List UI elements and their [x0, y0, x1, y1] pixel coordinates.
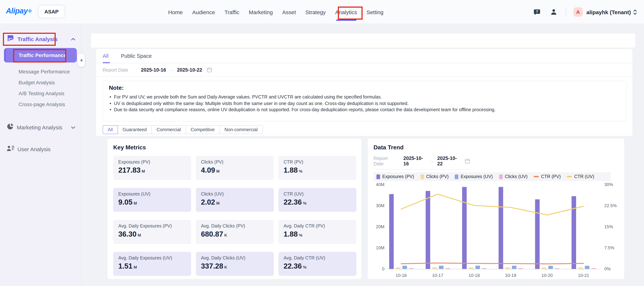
logo-plus-icon: +: [28, 6, 32, 15]
trend-end-date[interactable]: 2025-10-22: [437, 155, 460, 166]
y-axis-right-tick: 15%: [604, 224, 613, 229]
legend-swatch-line: [534, 176, 539, 177]
legend-swatch-bar: [420, 174, 424, 179]
metric-unit: M: [134, 201, 137, 205]
metric-tile-exposures-uv: Exposures (UV)9.05M: [113, 188, 191, 212]
y-axis-left-tick: 30M: [376, 203, 384, 208]
metric-value: 4.09M: [201, 166, 269, 174]
metric-tile-avg-daily-ctr-uv: Avg. Daily CTR (UV)22.36%: [278, 252, 356, 276]
legend-item-ctr-uv[interactable]: CTR (UV): [567, 174, 594, 179]
tab-all[interactable]: All: [103, 49, 108, 63]
nav-item-asset[interactable]: Asset: [282, 9, 296, 15]
main-panel: AllPublic Space Report Date 2025-10-16 →…: [96, 49, 632, 136]
metric-unit: %: [299, 233, 302, 237]
metric-unit: K: [224, 233, 227, 237]
calendar-icon[interactable]: [465, 158, 470, 163]
y-axis-left-tick: 20M: [376, 224, 384, 229]
calendar-icon[interactable]: [207, 67, 212, 72]
tenant-name[interactable]: alipayhk (Tenant): [586, 9, 631, 15]
metric-tile-ctr-pv: CTR (PV)1.88%: [278, 156, 356, 180]
nav-item-strategy[interactable]: Strategy: [306, 9, 326, 15]
chevron-down-icon[interactable]: [71, 124, 75, 131]
y-axis-right-tick: 7.5%: [604, 245, 614, 250]
header-right: ? A alipayhk (Tenant): [533, 0, 637, 24]
bar-clicks-uv-10-21: [592, 268, 596, 269]
user-icon[interactable]: [550, 8, 558, 16]
metric-value: 36.30M: [118, 230, 186, 238]
data-trend-card: Data Trend Report Date 2025-10-16 → 2025…: [367, 138, 625, 280]
nav-item-audience[interactable]: Audience: [192, 9, 215, 15]
filter-guaranteed[interactable]: Guaranteed: [118, 125, 152, 134]
sidebar-collapse-button[interactable]: [78, 54, 85, 67]
x-axis-label: 10-19: [505, 273, 516, 278]
trend-start-date[interactable]: 2025-10-16: [403, 155, 426, 166]
metric-label: CTR (UV): [284, 191, 351, 197]
metric-label: Avg. Daily Exposures (UV): [118, 256, 186, 261]
help-bubble-icon[interactable]: ?: [533, 8, 541, 16]
legend-item-clicks-uv[interactable]: Clicks (UV): [499, 174, 528, 179]
metric-unit: %: [299, 169, 302, 173]
bar-exposures-uv-10-16: [402, 266, 407, 269]
metric-unit: M: [142, 169, 145, 173]
metric-value: 337.28K: [201, 262, 269, 270]
top-header: Alipay+ ASAP HomeAudienceTrafficMarketin…: [0, 0, 644, 24]
tenant-avatar[interactable]: A: [573, 7, 583, 17]
filter-all[interactable]: All: [103, 125, 118, 134]
sidebar: Traffic AnalysisTraffic PerformanceMessa…: [0, 24, 82, 286]
tab-public-space[interactable]: Public Space: [121, 49, 152, 63]
metric-value: 1.88%: [284, 166, 351, 174]
trend-report-date-label: Report Date: [374, 155, 397, 166]
metric-unit: M: [216, 201, 220, 205]
sidebar-group-marketing-analysis[interactable]: Marketing Analysis: [0, 121, 81, 133]
nav-item-marketing[interactable]: Marketing: [249, 9, 273, 15]
tenant-switcher-icon[interactable]: [633, 9, 637, 15]
sidebar-item-message-performance[interactable]: Message Performance: [0, 66, 81, 77]
bar-exposures-uv-10-18: [476, 266, 480, 269]
nav-item-setting[interactable]: Setting: [366, 9, 383, 15]
report-start-date[interactable]: 2025-10-16: [141, 67, 166, 73]
metric-tile-ctr-uv: CTR (UV)22.36%: [278, 188, 356, 212]
y-axis-right-tick: 30%: [604, 182, 613, 187]
bar-exposures-uv-10-19: [512, 266, 516, 269]
chevron-up-icon[interactable]: [71, 36, 75, 42]
bar-exposures-pv-10-20: [535, 199, 540, 269]
report-end-date[interactable]: 2025-10-22: [177, 67, 202, 73]
note-list: For PV and UV, we provide both the Sum a…: [109, 94, 621, 113]
legend-swatch-bar: [455, 174, 458, 179]
legend-item-exposures-uv[interactable]: Exposures (UV): [455, 174, 493, 179]
legend-item-clicks-pv[interactable]: Clicks (PV): [420, 174, 449, 179]
metric-label: Clicks (PV): [201, 159, 269, 165]
traffic-type-filter: AllGuaranteedCommercialCompetitiveNon-co…: [103, 125, 263, 134]
legend-item-exposures-pv[interactable]: Exposures (PV): [376, 174, 414, 179]
key-metrics-title: Key Metrics: [113, 144, 356, 151]
legend-item-ctr-pv[interactable]: CTR (PV): [534, 174, 561, 179]
sidebar-group-traffic-analysis[interactable]: Traffic Analysis: [0, 34, 81, 44]
filter-non-commercial[interactable]: Non-commercial: [219, 125, 263, 134]
metric-value: 22.36%: [284, 262, 351, 270]
filter-commercial[interactable]: Commercial: [152, 125, 186, 134]
report-date-label: Report Date: [103, 67, 128, 73]
sidebar-group-label: Traffic Analysis: [18, 36, 58, 42]
nav-item-traffic[interactable]: Traffic: [224, 9, 239, 15]
sidebar-item-cross-page-analysis[interactable]: Cross-page Analysis: [0, 99, 81, 110]
metric-label: Avg. Daily Exposures (PV): [118, 224, 186, 229]
metric-unit: %: [303, 265, 306, 269]
sidebar-item-traffic-performance[interactable]: Traffic Performance: [4, 48, 77, 62]
nav-item-home[interactable]: Home: [168, 9, 183, 15]
main-nav: HomeAudienceTrafficMarketingAssetStrateg…: [168, 0, 384, 24]
bar-exposures-pv-10-17: [426, 191, 430, 269]
legend-label: Clicks (UV): [505, 174, 528, 179]
filter-competitive[interactable]: Competitive: [186, 125, 220, 134]
metric-tile-avg-daily-ctr-pv: Avg. Daily CTR (PV)1.88%: [278, 220, 356, 244]
y-axis-right-tick: 22.5%: [604, 203, 617, 208]
bar-exposures-pv-10-21: [572, 196, 576, 269]
metric-unit: M: [216, 169, 220, 173]
bar-clicks-pv-10-20: [542, 268, 546, 269]
sidebar-group-user-analysis[interactable]: User Analysis: [0, 143, 81, 155]
sidebar-item-a-b-testing-analysis[interactable]: A/B Testing Analysis: [0, 88, 81, 99]
sidebar-item-budget-analysis[interactable]: Budget Analysis: [0, 77, 81, 88]
workspace-chip[interactable]: ASAP: [38, 5, 64, 18]
bar-clicks-uv-10-20: [555, 268, 560, 269]
nav-item-analytics[interactable]: Analytics: [335, 9, 357, 15]
metric-tile-avg-daily-clicks-uv: Avg. Daily Clicks (UV)337.28K: [196, 252, 274, 276]
